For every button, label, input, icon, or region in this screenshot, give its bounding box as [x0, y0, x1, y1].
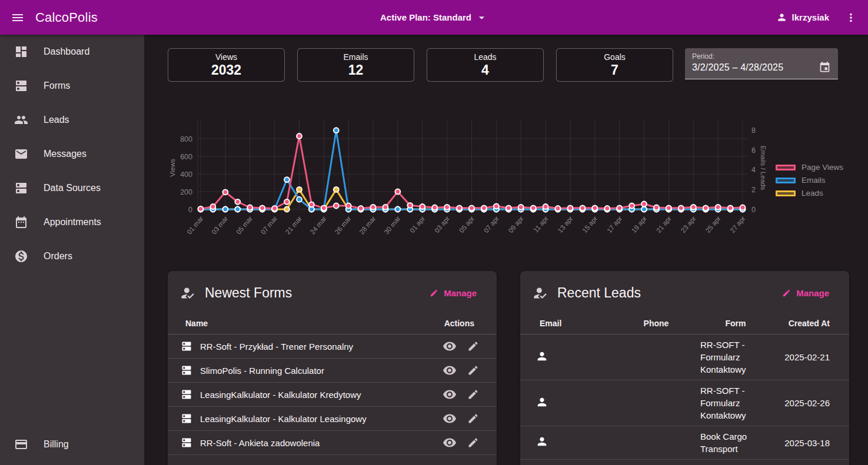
sidebar-item-label: Messages	[44, 149, 87, 159]
svg-text:03 apr: 03 apr	[433, 215, 451, 234]
form-name: LeasingKalkulator - Kalkulator Leasingow…	[200, 414, 443, 424]
stat-label: Views	[215, 52, 237, 62]
svg-text:27 apr: 27 apr	[729, 215, 746, 234]
calendar-icon	[14, 215, 28, 229]
svg-text:400: 400	[180, 170, 192, 179]
dashboard-icon	[14, 45, 28, 59]
view-form-button[interactable]	[443, 339, 457, 353]
leads-table-body: RR-SOFT - Formularz Kontaktowy 2025-02-2…	[520, 334, 849, 465]
period-label: Period:	[692, 52, 831, 61]
sidebar-item-appointments[interactable]: Appointments	[0, 205, 144, 239]
kebab-menu-icon[interactable]	[844, 11, 857, 24]
svg-text:0: 0	[751, 206, 756, 214]
sidebar-item-data-sources[interactable]: Data Sources	[0, 171, 144, 205]
stat-label: Emails	[343, 52, 368, 62]
sidebar: Dashboard Forms Leads Messages Data Sour…	[0, 35, 144, 465]
svg-text:Emails / Leads: Emails / Leads	[760, 146, 767, 190]
svg-text:6: 6	[751, 146, 756, 155]
view-form-button[interactable]	[443, 436, 457, 450]
hamburger-menu-icon[interactable]	[11, 11, 25, 25]
sidebar-item-forms[interactable]: Forms	[0, 69, 144, 103]
stat-value: 7	[611, 62, 618, 78]
user-menu[interactable]: lkrzysiak	[776, 12, 829, 23]
manage-label: Manage	[796, 288, 829, 298]
eye-icon	[443, 387, 457, 402]
stat-label: Goals	[604, 52, 626, 62]
edit-form-button[interactable]	[467, 364, 479, 376]
svg-text:2: 2	[751, 186, 756, 194]
manage-leads-button[interactable]: Manage	[782, 288, 829, 298]
lead-created-at-cell: 2025-02-21	[771, 352, 834, 362]
svg-text:21 mar: 21 mar	[284, 215, 303, 235]
pencil-icon	[467, 340, 479, 352]
person-check-icon	[179, 285, 195, 301]
period-date-range-field[interactable]: Period: 3/2/2025 – 4/28/2025	[685, 48, 838, 79]
lead-email-cell	[536, 396, 624, 411]
sidebar-item-label: Appointments	[44, 217, 101, 228]
chart-canvas: 02004006008000246801 mar03 mar05 mar07 m…	[144, 109, 868, 257]
svg-text:15 apr: 15 apr	[581, 215, 598, 234]
lead-created-at-cell: 2025-02-26	[771, 398, 834, 408]
svg-text:600: 600	[180, 153, 192, 161]
svg-text:28 mar: 28 mar	[358, 215, 377, 235]
view-form-button[interactable]	[443, 363, 457, 377]
view-form-button[interactable]	[443, 387, 457, 402]
svg-text:13 apr: 13 apr	[556, 215, 574, 234]
form-table-row: RR-Soft - Przykład - Trener Personalny	[168, 334, 497, 359]
sidebar-item-label: Forms	[44, 81, 70, 91]
sidebar-item-billing[interactable]: Billing	[0, 427, 144, 461]
svg-text:24 mar: 24 mar	[309, 215, 328, 235]
active-plan-dropdown[interactable]: Active Plan: Standard	[380, 11, 488, 24]
edit-form-button[interactable]	[467, 437, 479, 449]
eye-icon	[443, 363, 457, 377]
view-form-button[interactable]	[443, 412, 457, 426]
traffic-line-chart: 02004006008000246801 mar03 mar05 mar07 m…	[144, 109, 868, 257]
newest-forms-panel: Newest Forms Manage Name Actions RR-Soft…	[168, 271, 497, 465]
svg-text:0: 0	[188, 206, 192, 214]
person-icon	[536, 396, 548, 409]
main-content: Views 2032 Emails 12 Leads 4 Goals 7 Per…	[144, 35, 868, 465]
stat-card-leads: Leads 4	[427, 48, 544, 82]
svg-text:09 apr: 09 apr	[507, 215, 525, 234]
svg-text:01 apr: 01 apr	[408, 215, 426, 234]
edit-form-button[interactable]	[467, 389, 479, 400]
sidebar-item-label: Data Sources	[44, 183, 101, 193]
pencil-icon	[782, 289, 791, 297]
stats-row: Views 2032 Emails 12 Leads 4 Goals 7	[168, 48, 686, 82]
sidebar-item-messages[interactable]: Messages	[0, 137, 144, 171]
legend-item[interactable]: Page Views	[776, 163, 843, 172]
app-header: CalcoPolis Active Plan: Standard lkrzysi…	[0, 0, 868, 35]
stat-value: 2032	[211, 62, 241, 78]
pencil-icon	[467, 389, 479, 400]
edit-form-button[interactable]	[467, 340, 479, 352]
stat-value: 4	[481, 62, 489, 78]
person-icon	[536, 435, 548, 448]
svg-text:21 apr: 21 apr	[655, 215, 673, 234]
sidebar-item-leads[interactable]: Leads	[0, 103, 144, 137]
lead-table-row: RR-SOFT - Formularz Kontaktowy 2025-02-2…	[520, 380, 849, 426]
envelope-icon	[14, 147, 28, 161]
recent-leads-panel: Recent Leads Manage Email Phone Form Cre…	[520, 271, 849, 465]
calendar-picker-icon[interactable]	[819, 61, 831, 73]
svg-text:4: 4	[751, 166, 756, 174]
form-icon	[181, 364, 192, 376]
stat-label: Leads	[474, 52, 496, 62]
legend-item[interactable]: Emails	[776, 176, 843, 185]
lead-table-row: Book Cargo Transport 2025-03-18	[520, 426, 849, 460]
svg-text:05 apr: 05 apr	[458, 215, 475, 234]
legend-item[interactable]: Leads	[776, 189, 843, 198]
manage-forms-button[interactable]: Manage	[430, 288, 477, 298]
svg-text:30 mar: 30 mar	[383, 215, 401, 235]
sidebar-item-orders[interactable]: Orders	[0, 239, 144, 273]
sidebar-item-dashboard[interactable]: Dashboard	[0, 35, 144, 69]
form-table-row: LeasingKalkulator - Kalkulator Kredytowy	[168, 383, 497, 407]
legend-label: Leads	[802, 189, 823, 198]
edit-form-button[interactable]	[467, 413, 479, 424]
svg-text:05 mar: 05 mar	[235, 215, 254, 235]
database-icon	[14, 181, 28, 195]
active-plan-label: Active Plan: Standard	[380, 12, 471, 22]
pencil-icon	[467, 364, 479, 376]
eye-icon	[443, 436, 457, 450]
stat-card-goals: Goals 7	[556, 48, 673, 82]
form-table-row: LeasingKalkulator - Kalkulator Leasingow…	[168, 407, 497, 431]
